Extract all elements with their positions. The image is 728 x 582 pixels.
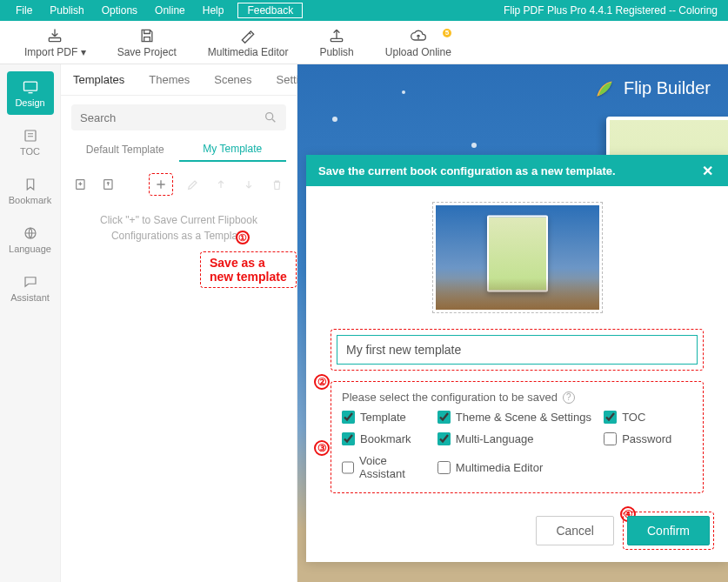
opt-bookmark[interactable]: Bookmark (342, 432, 431, 445)
search-input[interactable] (80, 111, 264, 124)
opt-toc[interactable]: TOC (604, 411, 692, 424)
upload-online-button[interactable]: 5 Upload Online (370, 27, 467, 58)
tab-scenes[interactable]: Scenes (202, 73, 264, 86)
cloud-upload-icon (410, 27, 427, 44)
multimedia-editor-button[interactable]: Multimedia Editor (192, 27, 304, 58)
tab-templates[interactable]: Templates (61, 73, 137, 86)
sidebar-item-language[interactable]: Language (7, 217, 54, 261)
annotation-badge-2: ② (314, 374, 330, 390)
toolbar: Import PDF ▾ Save Project Multimedia Edi… (0, 21, 728, 64)
opt-mme[interactable]: Multimedia Editor (437, 454, 597, 480)
annotation-badge-3: ③ (314, 440, 330, 456)
template-name-input[interactable] (337, 335, 698, 365)
svg-rect-2 (23, 82, 37, 90)
template-empty-hint: Click "+" to Save Current Flipbook Confi… (61, 200, 297, 256)
sidebar-item-toc[interactable]: TOC (7, 120, 54, 164)
import-pdf-button[interactable]: Import PDF ▾ (9, 27, 102, 58)
bookmark-icon (22, 176, 39, 193)
flip-builder-brand: Flip Builder (594, 77, 711, 99)
checkbox-template[interactable] (342, 411, 355, 424)
menubar: File Publish Options Online Help Feedbac… (0, 0, 728, 21)
sidebar-label-language: Language (9, 244, 51, 254)
menu-file[interactable]: File (7, 4, 41, 17)
thumbnail-image (436, 205, 599, 310)
sidebar-label-bookmark: Bookmark (9, 195, 52, 205)
add-template-button[interactable] (149, 173, 173, 196)
search-input-wrap[interactable] (71, 104, 286, 130)
export-template-icon[interactable] (101, 177, 117, 192)
window-title: Flip PDF Plus Pro 4.4.1 Registered -- Co… (504, 4, 721, 17)
cancel-button[interactable]: Cancel (536, 516, 614, 545)
publish-label: Publish (319, 46, 353, 58)
save-icon (138, 27, 156, 44)
config-heading-text: Please select the configuration to be sa… (342, 391, 558, 404)
checkbox-password[interactable] (604, 432, 617, 445)
publish-button[interactable]: Publish (304, 27, 369, 58)
menu-online[interactable]: Online (146, 4, 194, 17)
svg-rect-0 (50, 37, 61, 41)
opt-voice[interactable]: Voice Assistant (342, 454, 431, 480)
template-actions (61, 169, 297, 200)
feedback-button[interactable]: Feedback (237, 3, 303, 18)
import-pdf-label: Import PDF ▾ (24, 46, 86, 58)
sidebar-item-design[interactable]: Design (7, 71, 54, 115)
sidebar-item-assistant[interactable]: Assistant (7, 266, 54, 310)
svg-point-5 (266, 113, 273, 120)
opt-multilang[interactable]: Multi-Language (437, 432, 597, 445)
upload-badge-icon: 5 (443, 29, 451, 37)
panel-tabs: Templates Themes Scenes Settings (61, 64, 297, 96)
subtab-default-template[interactable]: Default Template (71, 144, 179, 161)
annotation-name-field (331, 329, 704, 371)
config-options: Template Theme & Scene & Settings TOC Bo… (342, 411, 692, 480)
templates-panel: Templates Themes Scenes Settings Default… (61, 64, 297, 582)
checkbox-theme[interactable] (437, 411, 451, 424)
left-sidebar: Design TOC Bookmark Language Assistant (0, 64, 61, 582)
help-icon[interactable]: ? (563, 391, 575, 404)
opt-theme[interactable]: Theme & Scene & Settings (437, 411, 597, 424)
delete-template-icon[interactable] (269, 177, 284, 192)
dialog-body: ② ③ Please select the configuration to b… (306, 186, 728, 562)
import-template-icon[interactable] (73, 177, 89, 192)
checkbox-mme[interactable] (437, 461, 451, 474)
checkbox-multilang[interactable] (437, 432, 451, 445)
move-up-icon[interactable] (213, 177, 229, 192)
mme-icon (239, 27, 257, 44)
template-subtabs: Default Template My Template (61, 139, 297, 165)
svg-rect-1 (331, 38, 342, 41)
sidebar-label-design: Design (15, 97, 44, 108)
edit-template-icon[interactable] (185, 177, 201, 192)
sidebar-item-bookmark[interactable]: Bookmark (7, 169, 54, 212)
opt-password[interactable]: Password (604, 432, 692, 445)
opt-bookmark-label: Bookmark (360, 432, 411, 445)
checkbox-bookmark[interactable] (342, 432, 355, 445)
search-icon (264, 110, 277, 124)
leaf-icon (594, 77, 617, 99)
publish-icon (328, 27, 345, 44)
opt-mme-label: Multimedia Editor (456, 461, 543, 474)
upload-label: Upload Online (385, 46, 451, 58)
config-heading: Please select the configuration to be sa… (342, 391, 692, 404)
opt-template[interactable]: Template (342, 411, 431, 424)
svg-rect-3 (25, 130, 36, 141)
annotation-config-block: Please select the configuration to be sa… (331, 381, 704, 493)
subtab-my-template[interactable]: My Template (179, 143, 287, 162)
opt-toc-label: TOC (622, 411, 645, 424)
save-project-button[interactable]: Save Project (102, 27, 192, 58)
template-thumbnail (432, 202, 603, 313)
menu-publish[interactable]: Publish (41, 4, 92, 17)
save-project-label: Save Project (117, 46, 177, 58)
dialog-close-button[interactable]: ✕ (698, 163, 716, 179)
menu-help[interactable]: Help (194, 4, 233, 17)
menu-options[interactable]: Options (93, 4, 146, 17)
mme-label: Multimedia Editor (208, 46, 289, 58)
checkbox-toc[interactable] (604, 411, 617, 424)
save-template-dialog: Save the current book configuration as a… (306, 155, 728, 562)
dialog-buttons: Cancel Confirm (536, 512, 714, 550)
opt-voice-label: Voice Assistant (359, 454, 431, 480)
tab-themes[interactable]: Themes (137, 73, 202, 86)
confirm-button[interactable]: Confirm (627, 516, 710, 545)
annotation-confirm-outline: Confirm (623, 512, 714, 550)
opt-password-label: Password (622, 432, 671, 445)
move-down-icon[interactable] (241, 177, 257, 192)
checkbox-voice[interactable] (342, 461, 354, 474)
